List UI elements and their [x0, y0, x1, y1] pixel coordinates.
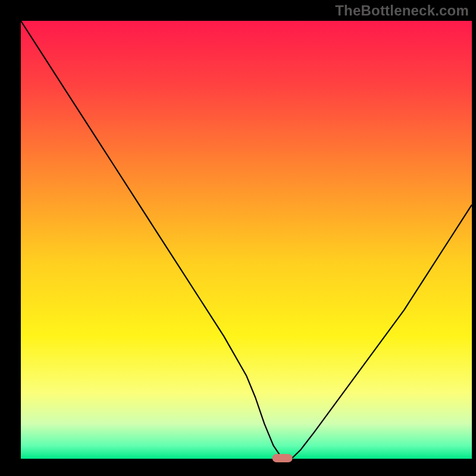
- chart-frame: TheBottleneck.com: [0, 0, 476, 476]
- plot-background: [21, 21, 472, 459]
- bottleneck-chart: [0, 0, 476, 476]
- optimal-marker: [273, 454, 293, 462]
- watermark-text: TheBottleneck.com: [335, 2, 469, 19]
